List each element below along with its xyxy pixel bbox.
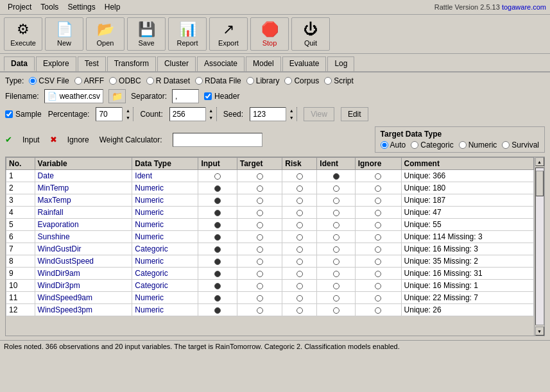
radio-empty[interactable] <box>296 185 303 192</box>
target-numeric[interactable]: Numeric <box>459 141 497 149</box>
radio-empty[interactable] <box>375 234 381 241</box>
radio-empty[interactable] <box>257 198 263 204</box>
radio-empty[interactable] <box>375 307 381 314</box>
radio-filled[interactable] <box>214 283 221 289</box>
radio-empty[interactable] <box>333 295 339 302</box>
radio-empty[interactable] <box>257 259 263 265</box>
radio-empty[interactable] <box>333 259 339 265</box>
radio-filled[interactable] <box>214 198 221 204</box>
radio-empty[interactable] <box>296 173 303 180</box>
edit-button[interactable]: Edit <box>341 107 368 121</box>
radio-empty[interactable] <box>257 307 263 314</box>
radio-empty[interactable] <box>296 222 303 228</box>
type-csv[interactable]: CSV File <box>29 76 69 85</box>
tab-data[interactable]: Data <box>4 56 35 71</box>
report-button[interactable]: 📊 Report <box>168 17 207 51</box>
radio-empty[interactable] <box>296 234 303 241</box>
type-odbc[interactable]: ODBC <box>109 76 141 85</box>
tab-test[interactable]: Test <box>78 56 106 71</box>
radio-empty[interactable] <box>333 185 339 192</box>
radio-empty[interactable] <box>333 283 339 289</box>
radio-empty[interactable] <box>296 259 303 265</box>
radio-empty[interactable] <box>296 271 303 277</box>
target-auto[interactable]: Auto <box>381 141 406 149</box>
type-rdatafile[interactable]: RData File <box>195 76 241 85</box>
percentage-down[interactable]: ▼ <box>123 114 133 121</box>
radio-empty[interactable] <box>375 185 381 192</box>
radio-empty[interactable] <box>296 246 303 253</box>
scrollbar[interactable]: ▲ ▼ <box>534 157 544 336</box>
radio-empty[interactable] <box>333 210 339 216</box>
menu-project[interactable]: Project <box>4 1 35 13</box>
radio-empty[interactable] <box>375 283 381 289</box>
separator-field[interactable] <box>173 90 198 102</box>
tab-explore[interactable]: Explore <box>36 56 76 71</box>
radio-empty[interactable] <box>296 295 303 302</box>
radio-empty[interactable] <box>333 246 339 253</box>
count-up[interactable]: ▲ <box>206 107 216 114</box>
radio-empty[interactable] <box>333 307 339 314</box>
sample-checkbox-label[interactable]: Sample <box>5 110 42 119</box>
tab-associate[interactable]: Associate <box>197 56 245 71</box>
type-rdataset[interactable]: R Dataset <box>146 76 190 85</box>
new-button[interactable]: 📄 New <box>45 17 83 51</box>
radio-filled[interactable] <box>214 271 221 277</box>
tab-cluster[interactable]: Cluster <box>157 56 196 71</box>
radio-filled[interactable] <box>214 246 221 253</box>
count-down[interactable]: ▼ <box>206 114 216 121</box>
target-categoric[interactable]: Categoric <box>411 141 453 149</box>
menu-settings[interactable]: Settings <box>64 1 99 13</box>
weight-input[interactable] <box>173 133 262 147</box>
type-script[interactable]: Script <box>324 76 354 85</box>
stop-button[interactable]: 🛑 Stop <box>250 17 289 51</box>
radio-empty[interactable] <box>375 271 381 277</box>
radio-empty[interactable] <box>333 198 339 204</box>
tab-evaluate[interactable]: Evaluate <box>282 56 327 71</box>
radio-empty[interactable] <box>333 222 339 228</box>
open-button[interactable]: 📂 Open <box>86 17 125 51</box>
radio-empty[interactable] <box>375 210 381 216</box>
radio-empty[interactable] <box>333 234 339 241</box>
save-button[interactable]: 💾 Save <box>127 17 166 51</box>
percentage-input[interactable] <box>96 108 122 120</box>
type-arff[interactable]: ARFF <box>74 76 104 85</box>
sample-checkbox[interactable] <box>5 110 13 118</box>
separator-input[interactable] <box>172 89 199 103</box>
seed-down[interactable]: ▼ <box>286 114 296 121</box>
header-checkbox[interactable] <box>204 92 212 100</box>
website-link[interactable]: togaware.com <box>502 3 546 11</box>
radio-empty[interactable] <box>375 246 381 253</box>
radio-filled[interactable] <box>214 295 221 302</box>
type-library[interactable]: Library <box>246 76 280 85</box>
radio-empty[interactable] <box>375 198 381 204</box>
menu-help[interactable]: Help <box>101 1 125 13</box>
view-button[interactable]: View <box>304 107 334 121</box>
radio-empty[interactable] <box>296 283 303 289</box>
count-input[interactable] <box>170 108 205 120</box>
radio-empty[interactable] <box>257 246 263 253</box>
menu-tools[interactable]: Tools <box>37 1 62 13</box>
radio-empty[interactable] <box>257 185 263 192</box>
target-survival[interactable]: Survival <box>502 141 539 149</box>
tab-model[interactable]: Model <box>246 56 281 71</box>
scroll-down-button[interactable]: ▼ <box>535 327 544 336</box>
radio-empty[interactable] <box>257 210 263 216</box>
radio-empty[interactable] <box>375 259 381 265</box>
radio-empty[interactable] <box>257 234 263 241</box>
radio-empty[interactable] <box>296 307 303 314</box>
radio-empty[interactable] <box>375 173 381 180</box>
type-corpus[interactable]: Corpus <box>284 76 319 85</box>
radio-filled[interactable] <box>214 307 221 314</box>
seed-spinbox[interactable]: ▲ ▼ <box>250 107 297 121</box>
radio-empty[interactable] <box>375 295 381 302</box>
scroll-thumb[interactable] <box>536 171 544 196</box>
radio-empty[interactable] <box>257 222 263 228</box>
browse-button[interactable]: 📁 <box>108 89 126 103</box>
radio-filled[interactable] <box>214 185 221 192</box>
export-button[interactable]: ↗ Export <box>209 17 248 51</box>
radio-filled[interactable] <box>214 259 221 265</box>
scroll-up-button[interactable]: ▲ <box>535 157 544 166</box>
percentage-spinbox[interactable]: ▲ ▼ <box>96 107 133 121</box>
radio-filled[interactable] <box>333 173 339 180</box>
tab-log[interactable]: Log <box>327 56 354 71</box>
